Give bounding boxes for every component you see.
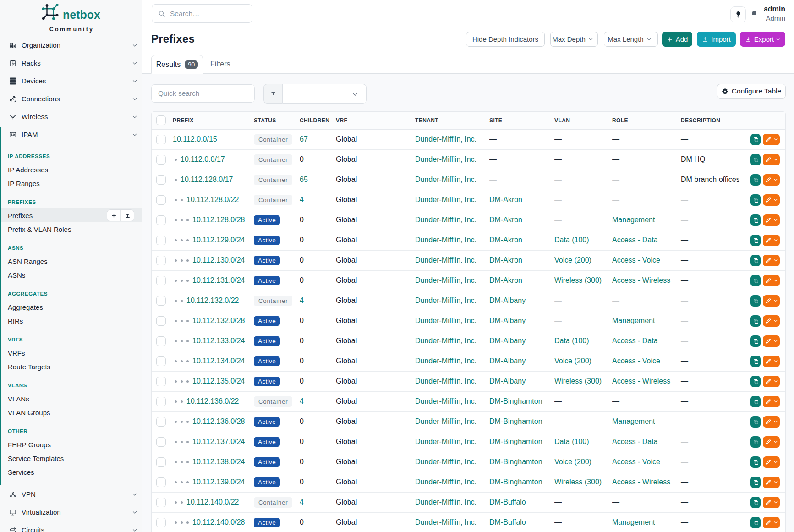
- svg-text:netbox: netbox: [63, 8, 100, 21]
